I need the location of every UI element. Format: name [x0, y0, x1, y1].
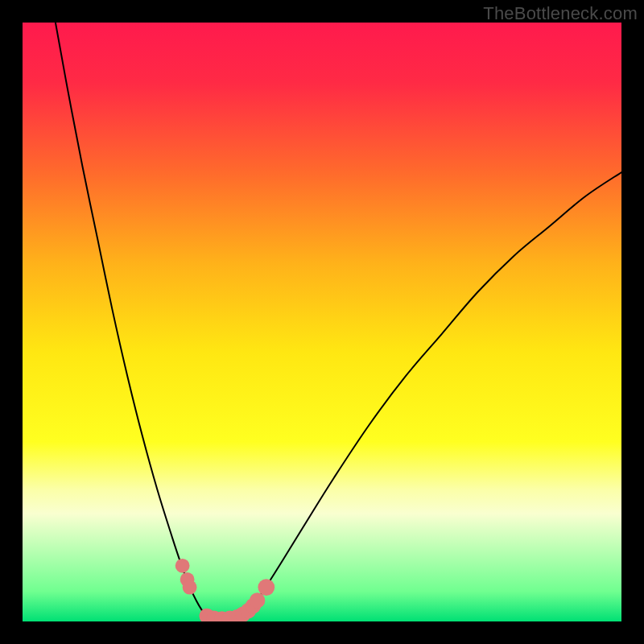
data-point-marker [258, 579, 275, 596]
plot-area [23, 23, 621, 621]
gradient-background [23, 23, 621, 621]
chart-frame: TheBottleneck.com [0, 0, 644, 644]
watermark-text: TheBottleneck.com [483, 3, 638, 24]
data-point-marker [175, 559, 190, 573]
data-point-marker [250, 592, 265, 608]
data-point-marker [183, 580, 197, 595]
chart-svg [23, 23, 621, 621]
